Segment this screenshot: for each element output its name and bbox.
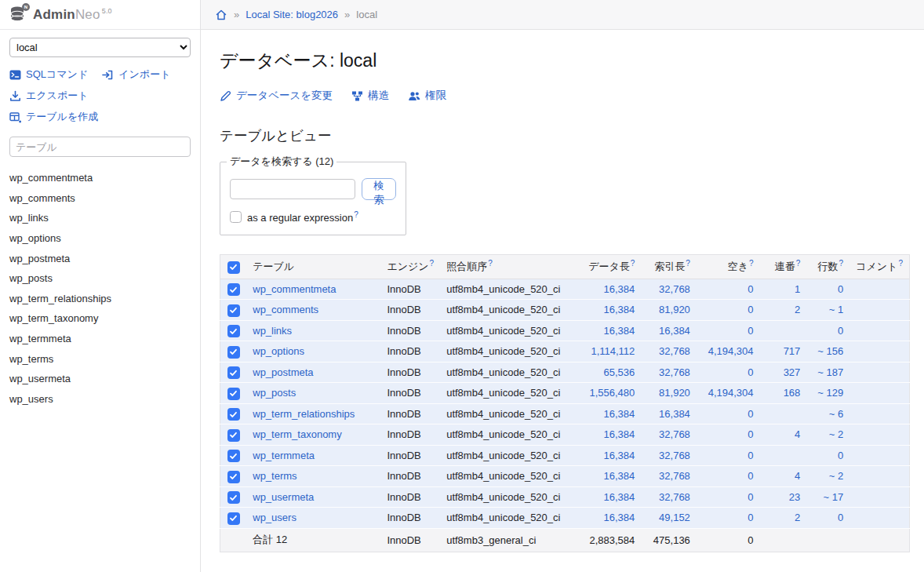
regex-checkbox[interactable] — [230, 211, 242, 223]
row-checkbox[interactable] — [227, 366, 240, 379]
cell-data-length-value[interactable]: 16,384 — [604, 428, 635, 440]
sidebar-table-item[interactable]: wp_users — [9, 389, 191, 410]
sidebar-table-item[interactable]: wp_links — [9, 208, 191, 228]
table-filter-input[interactable] — [9, 137, 191, 157]
export-link[interactable]: エクスポート — [9, 89, 89, 103]
cell-auto-inc-value[interactable]: 23 — [789, 491, 800, 503]
schema-link[interactable]: 構造 — [351, 89, 389, 103]
row-checkbox[interactable] — [227, 450, 240, 462]
breadcrumb-site-link[interactable]: Local Site: blog2026 — [246, 9, 338, 20]
table-name-link[interactable]: wp_postmeta — [253, 366, 313, 378]
row-checkbox[interactable] — [227, 388, 240, 400]
cell-index-length-value[interactable]: 32,768 — [659, 491, 690, 503]
table-name-link[interactable]: wp_term_relationships — [253, 408, 355, 420]
cell-free-value[interactable]: 0 — [748, 491, 753, 503]
cell-data-length-value[interactable]: 16,384 — [604, 283, 635, 295]
cell-data-length-value[interactable]: 16,384 — [604, 470, 635, 482]
row-checkbox[interactable] — [227, 283, 240, 296]
cell-free-value[interactable]: 4,194,304 — [708, 345, 754, 357]
table-name-link[interactable]: wp_term_taxonomy — [253, 428, 341, 440]
cell-index-length-value[interactable]: 81,920 — [659, 304, 690, 315]
cell-index-length-value[interactable]: 32,768 — [659, 366, 690, 378]
cell-index-length-value[interactable]: 81,920 — [659, 387, 690, 399]
search-input[interactable] — [230, 179, 355, 199]
cell-index-length-value[interactable]: 32,768 — [659, 283, 690, 295]
cell-index-length-value[interactable]: 32,768 — [659, 450, 690, 461]
row-checkbox[interactable] — [227, 408, 240, 421]
cell-index-length-value[interactable]: 16,384 — [659, 408, 690, 420]
column-help-link[interactable]: ? — [839, 259, 844, 268]
cell-free-value[interactable]: 0 — [748, 366, 753, 378]
cell-free-value[interactable]: 0 — [748, 283, 753, 295]
table-name-link[interactable]: wp_users — [253, 512, 296, 523]
cell-index-length-value[interactable]: 16,384 — [659, 325, 690, 337]
cell-free-value[interactable]: 4,194,304 — [708, 387, 754, 399]
cell-rows-count-value[interactable]: ~ 6 — [829, 408, 843, 420]
cell-free-value[interactable]: 0 — [748, 470, 753, 482]
table-name-link[interactable]: wp_comments — [253, 304, 318, 315]
cell-index-length-value[interactable]: 32,768 — [659, 428, 690, 440]
cell-auto-inc-value[interactable]: 1 — [795, 283, 800, 295]
row-checkbox[interactable] — [227, 325, 240, 337]
sidebar-table-item[interactable]: wp_commentmeta — [9, 168, 191, 188]
regex-help-link[interactable]: ? — [354, 210, 358, 219]
cell-data-length-value[interactable]: 16,384 — [604, 408, 635, 420]
column-help-link[interactable]: ? — [488, 259, 493, 268]
row-checkbox[interactable] — [227, 429, 240, 442]
database-select[interactable]: local — [9, 38, 191, 57]
cell-data-length-value[interactable]: 16,384 — [604, 450, 635, 461]
cell-rows-count-value[interactable]: ~ 1 — [829, 304, 843, 315]
cell-index-length-value[interactable]: 32,768 — [659, 470, 690, 482]
cell-rows-count-value[interactable]: 0 — [838, 283, 843, 295]
sidebar-table-item[interactable]: wp_term_taxonomy — [9, 308, 191, 329]
cell-data-length-value[interactable]: 65,536 — [604, 366, 635, 378]
sidebar-table-item[interactable]: wp_usermeta — [9, 369, 191, 389]
home-icon[interactable] — [215, 9, 227, 21]
cell-rows-count-value[interactable]: ~ 2 — [829, 470, 843, 482]
cell-free-value[interactable]: 0 — [748, 512, 753, 523]
cell-data-length-value[interactable]: 16,384 — [604, 304, 635, 315]
cell-data-length-value[interactable]: 16,384 — [604, 325, 635, 337]
column-help-link[interactable]: ? — [686, 259, 690, 268]
search-button[interactable]: 検索 — [362, 178, 396, 200]
cell-rows-count-value[interactable]: ~ 2 — [829, 428, 843, 440]
sidebar-table-item[interactable]: wp_terms — [9, 348, 191, 369]
column-help-link[interactable]: ? — [898, 259, 903, 268]
row-checkbox[interactable] — [227, 346, 240, 359]
cell-rows-count-value[interactable]: 0 — [838, 450, 843, 461]
cell-free-value[interactable]: 0 — [748, 304, 753, 315]
sidebar-table-item[interactable]: wp_postmeta — [9, 248, 191, 268]
cell-auto-inc-value[interactable]: 2 — [795, 304, 800, 315]
cell-rows-count-value[interactable]: 0 — [838, 325, 843, 337]
sidebar-table-item[interactable]: wp_comments — [9, 188, 191, 209]
sql-command-link[interactable]: SQLコマンド — [9, 67, 88, 82]
column-help-link[interactable]: ? — [631, 259, 635, 268]
table-name-link[interactable]: wp_termmeta — [253, 450, 315, 461]
row-checkbox[interactable] — [227, 304, 240, 317]
privileges-link[interactable]: 権限 — [408, 89, 446, 103]
alter-database-link[interactable]: データベースを変更 — [220, 89, 333, 103]
cell-rows-count-value[interactable]: ~ 156 — [817, 345, 843, 357]
import-link[interactable]: インポート — [102, 67, 170, 82]
cell-rows-count-value[interactable]: ~ 17 — [824, 491, 844, 503]
cell-index-length-value[interactable]: 32,768 — [659, 345, 690, 357]
cell-auto-inc-value[interactable]: 4 — [795, 470, 800, 482]
cell-auto-inc-value[interactable]: 327 — [784, 366, 801, 378]
row-checkbox[interactable] — [227, 512, 240, 525]
column-help-link[interactable]: ? — [796, 259, 801, 268]
cell-index-length-value[interactable]: 49,152 — [659, 512, 690, 523]
cell-rows-count-value[interactable]: 0 — [838, 512, 843, 523]
cell-free-value[interactable]: 0 — [748, 450, 753, 461]
select-all-checkbox[interactable] — [227, 261, 240, 274]
column-help-link[interactable]: ? — [749, 259, 754, 268]
column-help-link[interactable]: ? — [430, 259, 435, 268]
cell-data-length-value[interactable]: 1,114,112 — [591, 345, 635, 357]
cell-data-length-value[interactable]: 1,556,480 — [589, 387, 635, 399]
cell-data-length-value[interactable]: 16,384 — [604, 491, 635, 503]
cell-rows-count-value[interactable]: ~ 187 — [817, 366, 843, 378]
cell-rows-count-value[interactable]: ~ 129 — [817, 387, 843, 399]
cell-auto-inc-value[interactable]: 717 — [784, 345, 801, 357]
table-name-link[interactable]: wp_usermeta — [253, 491, 314, 503]
sidebar-table-item[interactable]: wp_options — [9, 228, 191, 249]
row-checkbox[interactable] — [227, 471, 240, 483]
